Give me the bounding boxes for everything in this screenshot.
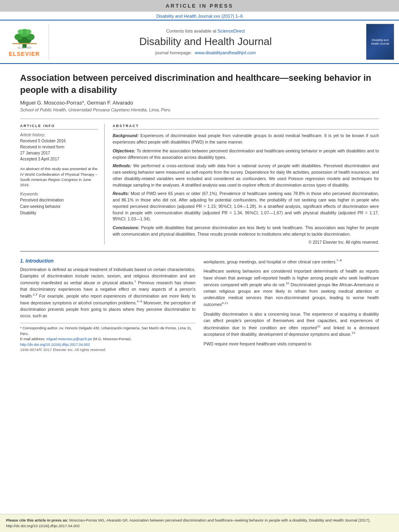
- elsevier-logo-block: ELSEVIER ELSEVIER: [5, 24, 49, 60]
- citation-text: Disability and Health Journal xxx (2017)…: [156, 14, 243, 18]
- main-left-col: 1. Introduction Discrimination is define…: [20, 258, 195, 352]
- sciencedirect-link[interactable]: ScienceDirect: [218, 29, 245, 33]
- contents-line: Contents lists available at ScienceDirec…: [166, 29, 245, 33]
- authors: Miguel G. Moscoso-Porras*, German F. Alv…: [20, 100, 379, 106]
- intro-left-para-1: Discrimination is defined as unequal tre…: [20, 266, 195, 319]
- abstract-label: ABSTRACT: [113, 124, 379, 129]
- intro-right-para-1: workplaces, group meetings, and hospital…: [204, 258, 379, 265]
- footnote-section: * Corresponding author. Av. Honorio Delg…: [20, 323, 195, 352]
- bottom-citation-bar: Please cite this article in press as: Mo…: [0, 514, 399, 532]
- email-link[interactable]: miguel.moscoso.p@upch.pe: [46, 337, 92, 341]
- abstract-background: Background: Experiences of discriminatio…: [113, 133, 379, 146]
- intro-right-para-4: PWD require more frequent healthcare vis…: [204, 341, 379, 347]
- banner-text: ARTICLE IN PRESS: [166, 3, 234, 9]
- article-info-label: ARTICLE INFO: [20, 124, 98, 129]
- article-info-column: ARTICLE INFO Article history: Received 5…: [20, 124, 105, 244]
- copyright-line: © 2017 Elsevier Inc. All rights reserved…: [113, 240, 379, 244]
- objectives-text: To determine the association between per…: [113, 148, 379, 160]
- elsevier-label: ELSEVIER: [9, 51, 40, 57]
- conference-note: An abstract of this study was presented …: [20, 166, 98, 187]
- journal-cover-block: Disability and Health Journal: [362, 24, 394, 60]
- abstract-column: ABSTRACT Background: Experiences of disc…: [113, 124, 379, 244]
- journal-main-title: Disability and Health Journal: [139, 35, 272, 48]
- doi-line: http://dx.doi.org/10.1016/j.dhjo.2017.04…: [20, 342, 195, 347]
- affiliation: School of Public Health, Universidad Per…: [20, 107, 379, 112]
- intro-right-para-2: Healthcare seeking behaviors are conside…: [204, 268, 379, 308]
- received-date: Received 5 October 2016: [20, 138, 98, 144]
- main-two-col: 1. Introduction Discrimination is define…: [20, 251, 379, 352]
- email-note: (M.G. Moscoso-Porras).: [93, 337, 132, 341]
- doi-link[interactable]: http://dx.doi.org/10.1016/j.dhjo.2017.04…: [20, 343, 90, 347]
- revised-date: Received in revised form27 January 2017: [20, 144, 98, 156]
- abstract-conclusions: Conclusions: People with disabilities th…: [113, 225, 379, 238]
- accepted-date: Accepted 3 April 2017: [20, 156, 98, 162]
- svg-text:ELSEVIER: ELSEVIER: [17, 46, 31, 49]
- cite-label: Please cite this article in press as:: [6, 518, 68, 522]
- email-label: E-mail address:: [20, 337, 45, 341]
- homepage-label: journal homepage:: [155, 50, 192, 55]
- objectives-label: Objectives:: [113, 148, 136, 153]
- background-label: Background:: [113, 133, 139, 138]
- article-info-abstract-section: ARTICLE INFO Article history: Received 5…: [20, 119, 379, 244]
- methods-text: We performed a cross-sectional study wit…: [113, 163, 379, 187]
- journal-header: ELSEVIER ELSEVIER Contents lists availab…: [0, 20, 399, 64]
- journal-title-block: Contents lists available at ScienceDirec…: [53, 24, 358, 60]
- svg-point-5: [18, 29, 23, 34]
- background-text: Experiences of discrimination lead peopl…: [113, 133, 379, 144]
- journal-citation-line: Disability and Health Journal xxx (2017)…: [0, 12, 399, 20]
- article-title: Association between perceived discrimina…: [20, 72, 379, 96]
- homepage-url[interactable]: www.disabilityandhealthjnl.com: [195, 50, 256, 55]
- conclusions-text: People with disabilities that perceive d…: [113, 225, 379, 236]
- history-label: Article history:: [20, 133, 98, 137]
- author-names: Miguel G. Moscoso-Porras*, German F. Alv…: [20, 100, 133, 106]
- abstract-results: Results: Most of PWD were 65 years or ol…: [113, 191, 379, 222]
- intro-right-para-3: Disability discrimination is also a conc…: [204, 311, 379, 337]
- keywords-label: Keywords:: [20, 192, 98, 196]
- svg-point-6: [26, 29, 31, 34]
- homepage-line: journal homepage: www.disabilityandhealt…: [155, 50, 256, 55]
- elsevier-tree-icon: ELSEVIER: [8, 27, 41, 49]
- page-wrapper: ARTICLE IN PRESS Disability and Health J…: [0, 0, 399, 532]
- methods-label: Methods:: [113, 163, 132, 168]
- keyword-2: Care-seeking behavior: [20, 203, 98, 210]
- bottom-bar-text: Please cite this article in press as: Mo…: [6, 518, 393, 529]
- conclusions-label: Conclusions:: [113, 225, 140, 230]
- email-line: E-mail address: miguel.moscoso.p@upch.pe…: [20, 337, 195, 342]
- journal-cover-image: Disability and Health Journal: [366, 24, 394, 60]
- keyword-3: Disability: [20, 210, 98, 216]
- main-right-col: workplaces, group meetings, and hospital…: [204, 258, 379, 352]
- corresponding-author-note: * Corresponding author. Av. Honorio Delg…: [20, 326, 195, 337]
- intro-heading: 1. Introduction: [20, 258, 195, 264]
- svg-rect-7: [12, 43, 37, 44]
- article-body: Association between perceived discrimina…: [0, 64, 399, 510]
- abstract-objectives: Objectives: To determine the association…: [113, 148, 379, 161]
- journal-cover-text: Disability and Health Journal: [368, 38, 392, 45]
- results-label: Results:: [113, 191, 129, 196]
- contents-text: Contents lists available at: [166, 29, 216, 33]
- abstract-methods: Methods: We performed a cross-sectional …: [113, 163, 379, 188]
- results-text: Most of PWD were 65 years or older (67.1…: [113, 191, 379, 221]
- keyword-1: Perceived discrimination: [20, 197, 98, 203]
- rights-line: 1936-6574/© 2017 Elsevier Inc. All right…: [20, 347, 195, 352]
- article-in-press-banner: ARTICLE IN PRESS: [0, 0, 399, 12]
